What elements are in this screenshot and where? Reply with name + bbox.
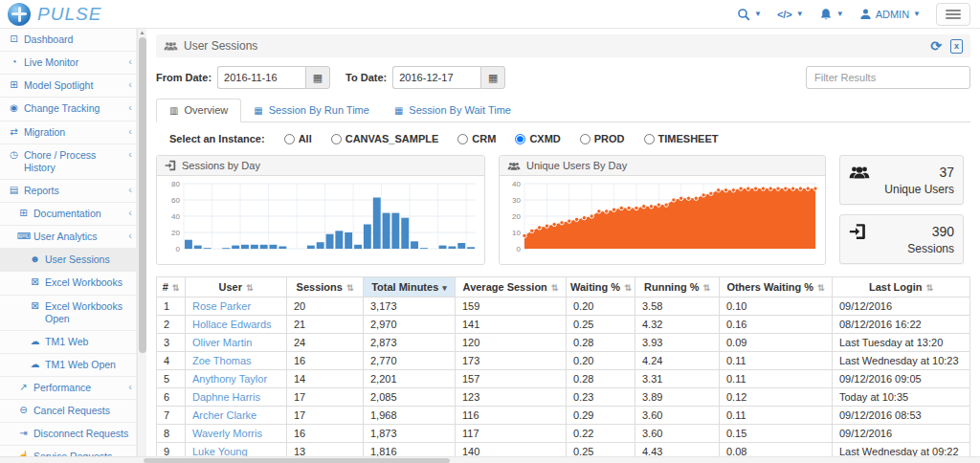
from-date-calendar-button[interactable]: ▦ [305,66,330,89]
sidebar-item-disconnect-requests[interactable]: ⇥Disconnect Requests [0,423,136,446]
admin-menu[interactable]: ADMIN ▼ [859,8,921,20]
filter-results-input[interactable] [806,66,970,89]
column-header-last-login[interactable]: Last Login⇅ [833,277,970,298]
sidebar-item-label: Change Tracking [24,102,124,115]
svg-text:20: 20 [171,229,180,237]
sidebar-item-migration[interactable]: ⇄Migration‹ [0,121,136,144]
sidebar-scrollbar[interactable]: ▲ ▼ [137,29,146,463]
column-header-total-minutes[interactable]: Total Minutes▾ [364,277,456,298]
user-link[interactable]: Rose Parker [192,300,251,312]
notifications-menu[interactable]: ▼ [819,8,844,21]
sidebar-item-excel-workbooks-open[interactable]: ⊠Excel Workbooks Open [0,296,136,331]
table-cell: 0.11 [720,352,833,370]
instance-radio-prod[interactable]: PROD [580,133,625,144]
sidebar-item-label: Cancel Requests [33,405,132,417]
to-date-label: To Date: [345,72,387,83]
tab-session-by-run-time[interactable]: ▦ Session By Run Time [241,99,382,122]
row-index: 3 [157,334,186,352]
table-cell: 0.15 [720,425,833,443]
instance-radio-timesheet[interactable]: TIMESHEET [644,133,719,144]
row-index: 7 [157,407,186,425]
table-cell: 3.31 [635,370,720,388]
sidebar-item-model-spotlight[interactable]: ⊞Model Spotlight‹ [0,75,136,98]
table-cell: Last Wednesday at 10:23 [833,352,970,370]
horizontal-scrollbar[interactable] [0,456,980,463]
hamburger-menu-button[interactable] [936,3,970,26]
sidebar-item-user-sessions[interactable]: ☻User Sessions [0,249,136,272]
keyboard-icon: ⌨ [17,231,30,243]
unique-users-by-day-panel: Unique Users By Day 010203040 [499,155,826,265]
table-row: 6Daphne Harris172,0851230.233.890.12Toda… [157,388,970,407]
sidebar-item-live-monitor[interactable]: ◔Live Monitor‹ [0,52,136,75]
user-link[interactable]: Waverly Morris [192,428,262,439]
table-cell: 4.32 [635,316,720,334]
tab-session-by-wait-time[interactable]: ▦ Session By Wait Time [382,99,523,122]
hscrollbar-thumb[interactable] [144,458,450,463]
sidebar-item-excel-workbooks[interactable]: ⊠Excel Workbooks [0,272,136,295]
refresh-button[interactable]: ⟳ [930,38,942,54]
user-link[interactable]: Zoe Thomas [192,355,252,366]
sidebar-item-tm1-web-open[interactable]: ☁TM1 Web Open [0,354,136,377]
sidebar-item-user-analytics[interactable]: ⌨User Analytics‹ [0,226,136,249]
sidebar-item-documentation[interactable]: ⊞Documentation‹ [0,203,136,226]
user-link[interactable]: Oliver Martin [192,337,252,348]
user-link[interactable]: Daphne Harris [192,391,260,403]
from-date-input[interactable] [217,66,305,89]
instance-radio-crm[interactable]: CRM [457,133,496,144]
table-cell: 0.20 [567,298,635,316]
sidebar-item-performance[interactable]: ↗Performance‹ [0,377,136,400]
column-header-waiting[interactable]: Waiting %⇅ [567,277,635,298]
user-link[interactable]: Archer Clarke [192,409,256,421]
column-header-[interactable]: #⇅ [157,277,186,298]
user-cell: Daphne Harris [186,388,287,407]
tab-overview[interactable]: ▥ Overview [156,99,241,122]
tv-icon: ⊞ [17,208,30,220]
grid-icon: ▦ [254,105,262,116]
sidebar-item-change-tracking[interactable]: ◉Change Tracking‹ [0,98,136,121]
page-title: User Sessions [184,39,257,53]
instance-radio-all[interactable]: All [284,133,312,144]
sidebar-item-reports[interactable]: ▤Reports‹ [0,180,136,203]
brand-logo[interactable]: PULSE [8,3,101,26]
user-link[interactable]: Anythony Taylor [192,373,267,385]
sidebar-item-tm1-web[interactable]: ☁TM1 Web [0,331,136,354]
code-menu[interactable]: </> ▼ [777,9,804,20]
row-index: 1 [157,298,186,316]
users-icon [164,40,178,52]
sidebar-item-label: TM1 Web Open [45,359,132,371]
search-menu[interactable]: ▼ [737,8,762,21]
sidebar-item-cancel-requests[interactable]: ⊖Cancel Requests [0,400,136,423]
scroll-up-icon[interactable]: ▲ [140,29,145,36]
users-icon [507,161,521,171]
table-cell: 120 [456,334,567,352]
table-cell: 2,873 [364,334,456,352]
column-header-sessions[interactable]: Sessions⇅ [287,277,364,298]
sidebar: ⊡Dashboard◔Live Monitor‹⊞Model Spotlight… [0,29,137,463]
column-header-others-waiting[interactable]: Others Waiting %⇅ [720,277,833,298]
user-cell: Archer Clarke [186,407,287,425]
table-cell: 159 [456,298,567,316]
column-header-average-session[interactable]: Average Session⇅ [456,277,567,298]
column-header-user[interactable]: User⇅ [186,277,287,298]
sidebar-item-chore-process-history[interactable]: ◷Chore / Process History‹ [0,144,136,180]
table-cell: 4.24 [635,352,720,370]
to-date-calendar-button[interactable]: ▦ [480,66,505,89]
instance-label: Select an Instance: [169,133,265,144]
table-cell: 0.25 [567,316,635,334]
user-link[interactable]: Hollace Edwards [192,319,272,330]
instance-radio-canvas-sample[interactable]: CANVAS_SAMPLE [331,133,439,144]
chart-icon: ↗ [17,382,30,394]
scrollbar-thumb[interactable] [139,37,146,353]
export-excel-button[interactable]: x [950,39,963,54]
row-index: 4 [157,352,186,370]
table-cell: 173 [456,352,567,370]
gauge-icon: ◔ [8,56,20,69]
row-index: 6 [157,388,186,407]
sidebar-item-dashboard[interactable]: ⊡Dashboard [0,29,136,52]
chevron-left-icon: ‹ [128,231,132,241]
column-header-running[interactable]: Running %⇅ [635,277,720,298]
instance-radio-cxmd[interactable]: CXMD [515,133,560,144]
user-cell: Hollace Edwards [186,316,287,334]
instance-selector: Select an Instance: All CANVAS_SAMPLE CR… [156,122,970,153]
to-date-input[interactable] [392,66,480,89]
